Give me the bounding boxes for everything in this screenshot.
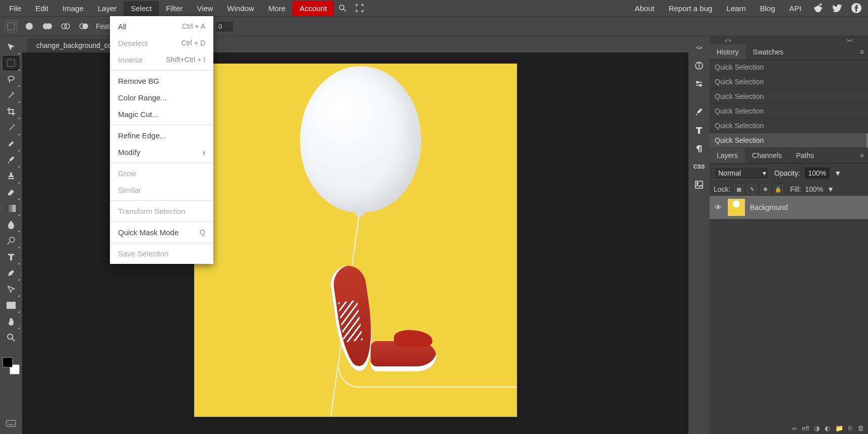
selection-new-icon[interactable] xyxy=(23,20,35,32)
lasso-tool[interactable] xyxy=(4,73,19,86)
marquee-tool[interactable] xyxy=(4,57,19,70)
tab-channels[interactable]: Channels xyxy=(745,148,789,163)
canvas[interactable] xyxy=(194,64,517,417)
link-report-bug[interactable]: Report a bug xyxy=(662,1,720,16)
menu-all[interactable]: AllCtrl + A xyxy=(110,18,213,35)
tab-layers[interactable]: Layers xyxy=(710,148,745,163)
selection-add-icon[interactable] xyxy=(41,20,53,32)
blur-tool[interactable] xyxy=(4,218,19,231)
svg-point-9 xyxy=(26,23,33,30)
menu-remove-bg[interactable]: Remove BG xyxy=(110,73,213,89)
lock-brush-icon[interactable]: ✎ xyxy=(747,185,757,194)
layer-thumbnail[interactable] xyxy=(728,199,745,216)
mask-icon[interactable]: ◑ xyxy=(814,424,820,432)
link-about[interactable]: About xyxy=(627,1,661,16)
css-icon[interactable]: CSS xyxy=(692,159,706,174)
adjust-icon[interactable] xyxy=(692,77,706,91)
color-swatches[interactable] xyxy=(3,357,20,374)
document-tab[interactable]: change_background_co xyxy=(27,38,121,52)
move-tool[interactable] xyxy=(4,40,19,53)
twitter-icon[interactable] xyxy=(828,1,847,16)
image-panel-icon[interactable] xyxy=(692,178,706,192)
history-item[interactable]: Quick Selection xyxy=(710,119,868,133)
selection-subtract-icon[interactable] xyxy=(60,20,72,32)
collapse-left-icon[interactable]: <> xyxy=(692,40,706,55)
menu-edit[interactable]: Edit xyxy=(28,1,55,16)
fullscreen-icon[interactable] xyxy=(351,2,368,15)
stamp-tool[interactable] xyxy=(4,170,19,183)
opacity-dropdown-icon[interactable]: ▼ xyxy=(834,169,841,177)
shape-tool[interactable] xyxy=(4,299,19,312)
menu-magic-cut[interactable]: Magic Cut... xyxy=(110,106,213,123)
history-item[interactable]: Quick Selection xyxy=(710,133,868,148)
menu-view[interactable]: View xyxy=(190,1,220,16)
text-panel-icon[interactable] xyxy=(692,123,706,137)
menu-refine-edge[interactable]: Refine Edge... xyxy=(110,127,213,144)
history-item[interactable]: Quick Selection xyxy=(710,104,868,119)
trash-icon[interactable]: 🗑 xyxy=(857,424,864,432)
crop-tool[interactable] xyxy=(4,105,19,118)
menu-more[interactable]: More xyxy=(261,1,293,16)
link-blog[interactable]: Blog xyxy=(753,1,782,16)
height-input[interactable] xyxy=(216,21,234,32)
history-item[interactable]: Quick Selection xyxy=(710,60,868,75)
history-menu-icon[interactable]: ≡ xyxy=(856,46,868,58)
menu-image[interactable]: Image xyxy=(55,1,91,16)
fill-value[interactable]: 100% xyxy=(805,185,823,193)
tab-swatches[interactable]: Swatches xyxy=(746,44,791,60)
panel-collapse-right[interactable]: >< xyxy=(846,37,853,43)
fill-dropdown-icon[interactable]: ▼ xyxy=(827,185,834,193)
selection-intersect-icon[interactable] xyxy=(78,20,90,32)
hand-tool[interactable] xyxy=(4,315,19,328)
zoom-tool[interactable] xyxy=(4,331,19,344)
heal-tool[interactable] xyxy=(4,137,19,150)
tab-paths[interactable]: Paths xyxy=(789,148,821,163)
fill-label: Fill: xyxy=(790,185,801,193)
info-icon[interactable] xyxy=(692,59,706,73)
eyedropper-tool[interactable] xyxy=(4,121,19,134)
marquee-option-icon[interactable] xyxy=(5,20,17,32)
layer-row[interactable]: 👁 Background xyxy=(710,196,868,219)
path-select-tool[interactable] xyxy=(4,283,19,296)
opacity-value[interactable]: 100% xyxy=(805,168,829,179)
search-icon[interactable] xyxy=(334,2,351,15)
eraser-tool[interactable] xyxy=(4,186,19,199)
menu-file[interactable]: File xyxy=(2,1,28,16)
menu-account[interactable]: Account xyxy=(293,1,334,16)
link-layers-icon[interactable]: ∞ xyxy=(792,424,797,432)
reddit-icon[interactable] xyxy=(808,1,828,16)
link-learn[interactable]: Learn xyxy=(719,1,753,16)
wand-tool[interactable] xyxy=(4,89,19,102)
adjustment-icon[interactable]: ◐ xyxy=(825,424,830,432)
folder-icon[interactable]: 📁 xyxy=(835,424,843,432)
history-item[interactable]: Quick Selection xyxy=(710,89,868,104)
menu-window[interactable]: Window xyxy=(220,1,261,16)
pen-tool[interactable] xyxy=(4,266,19,280)
facebook-icon[interactable] xyxy=(847,1,866,16)
lock-move-icon[interactable]: ✥ xyxy=(761,185,770,194)
menu-layer[interactable]: Layer xyxy=(91,1,124,16)
text-tool[interactable] xyxy=(4,250,19,263)
gradient-tool[interactable] xyxy=(4,202,19,215)
visibility-icon[interactable]: 👁 xyxy=(714,203,723,211)
menu-color-range[interactable]: Color Range... xyxy=(110,89,213,106)
effects-icon[interactable]: eff xyxy=(802,424,809,432)
link-api[interactable]: API xyxy=(782,1,808,16)
layers-menu-icon[interactable]: ≡ xyxy=(856,149,868,161)
menu-quick-mask[interactable]: Quick Mask ModeQ xyxy=(110,224,213,241)
menu-filter[interactable]: Filter xyxy=(159,1,190,16)
new-layer-icon[interactable]: ⎘ xyxy=(848,424,852,432)
lock-all-icon[interactable]: 🔒 xyxy=(774,185,783,194)
menu-modify[interactable]: Modify› xyxy=(110,144,213,160)
lock-pixels-icon[interactable]: ▦ xyxy=(734,185,743,194)
tab-history[interactable]: History xyxy=(710,44,746,60)
brush-panel-icon[interactable] xyxy=(692,105,706,119)
panel-collapse-left[interactable]: <> xyxy=(725,37,731,43)
brush-tool[interactable] xyxy=(4,153,19,167)
paragraph-icon[interactable] xyxy=(692,141,706,155)
menu-select[interactable]: Select xyxy=(124,1,159,16)
history-item[interactable]: Quick Selection xyxy=(710,75,868,89)
blend-mode-select[interactable]: Normal xyxy=(714,167,769,180)
keyboard-icon[interactable] xyxy=(4,417,19,430)
dodge-tool[interactable] xyxy=(4,234,19,247)
